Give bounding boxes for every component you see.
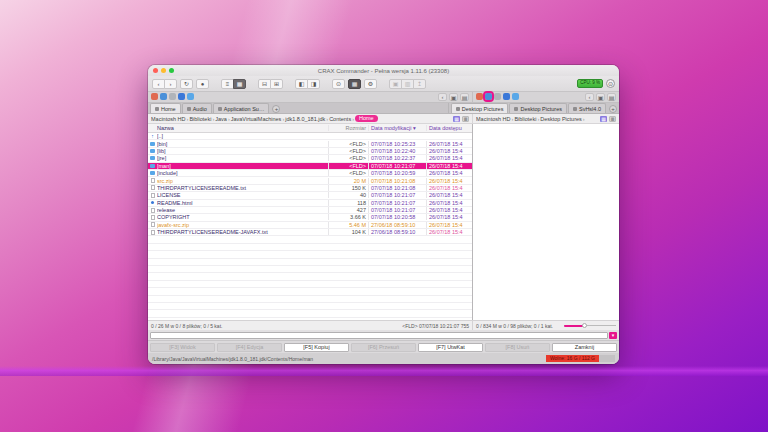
split-vertical-right-button[interactable]: ◨ xyxy=(307,79,320,89)
file-icon-cell xyxy=(148,208,157,213)
command-bar: ▾ xyxy=(148,330,619,340)
column-header-size[interactable]: Rozmiar xyxy=(328,125,368,131)
file-row[interactable]: [lib]<FLD>07/07/18 10:22:4026/07/18 15:4 xyxy=(148,148,472,155)
view-grid-button[interactable]: ▦ xyxy=(233,79,246,89)
right-file-pane[interactable] xyxy=(472,124,619,320)
split-horizontal-bottom-button[interactable]: ⊞ xyxy=(270,79,283,89)
file-row[interactable]: THIRDPARTYLICENSEREADME-JAVAFX.txt104 K2… xyxy=(148,229,472,236)
file-row[interactable]: release42707/07/18 10:21:0726/07/18 15:4 xyxy=(148,207,472,214)
file-icon xyxy=(151,222,155,227)
refresh-button[interactable]: ↻ xyxy=(180,79,193,89)
right-tab-2[interactable]: SvHsl4.0 xyxy=(568,103,606,113)
left-pane-back-icon[interactable]: ‹ xyxy=(438,93,447,101)
folders-button[interactable]: ▦ xyxy=(348,79,361,89)
favorite-desktop-icon[interactable] xyxy=(512,93,519,100)
breadcrumb-segment[interactable]: Macintosh HD xyxy=(476,116,511,122)
slider-knob[interactable] xyxy=(582,323,587,328)
file-row[interactable]: ↑[..] xyxy=(148,133,472,140)
breadcrumb-segment[interactable]: JavaVirtualMachines xyxy=(231,116,282,122)
column-header-accessed[interactable]: Data dostępu xyxy=(426,125,472,131)
forward-button[interactable]: › xyxy=(164,79,177,89)
favorite-applications-icon[interactable] xyxy=(151,93,158,100)
zoom-window-button[interactable] xyxy=(169,68,174,73)
left-tab-2[interactable]: Application Su… xyxy=(213,103,270,113)
sort-icon: ▾ xyxy=(413,125,416,131)
breadcrumb-separator: › xyxy=(282,116,284,122)
breadcrumb-segment[interactable]: Java xyxy=(215,116,227,122)
tab-folder-icon xyxy=(514,107,518,111)
function-button-0: [F3] Widok xyxy=(150,343,215,352)
current-folder-pill[interactable]: Home xyxy=(355,115,378,122)
command-input[interactable] xyxy=(150,332,608,339)
favorite-browser-icon[interactable] xyxy=(178,93,185,100)
search-button[interactable]: ⊙ xyxy=(332,79,345,89)
window-title: CRAX Commander - Pełna wersja 1.11.6 (23… xyxy=(148,68,619,74)
file-row[interactable]: THIRDPARTYLICENSEREADME.txt150 K07/07/18… xyxy=(148,185,472,192)
breadcrumb-segment[interactable]: Desktop Pictures xyxy=(540,116,582,122)
file-row[interactable]: [bin]<FLD>07/07/18 10:25:2326/07/18 15:4 xyxy=(148,140,472,147)
close-window-button[interactable] xyxy=(153,68,158,73)
file-row[interactable]: LICENSE4007/07/18 10:21:0726/07/18 15:4 xyxy=(148,192,472,199)
favorite-documents-icon[interactable] xyxy=(160,93,167,100)
file-row[interactable]: javafx-src.zip5.46 M27/06/18 08:59:1026/… xyxy=(148,222,472,229)
right-view-details-icon[interactable]: ≣ xyxy=(609,116,616,122)
file-name: [bin] xyxy=(157,141,328,147)
empty-row xyxy=(148,281,472,288)
file-icon xyxy=(151,230,155,235)
power-toggle-button[interactable]: ● xyxy=(196,79,209,89)
function-button-2[interactable]: [F5] Kopiuj xyxy=(284,343,349,352)
function-button-4[interactable]: [F7] UtwKat xyxy=(418,343,483,352)
file-row[interactable]: [man]<FLD>07/07/18 10:21:0726/07/18 15:4 xyxy=(148,163,472,170)
right-pane-status: 0 / 834 M w 0 / 98 plików; 0 / 1 kat. xyxy=(472,321,619,330)
right-tab-0[interactable]: Desktop Pictures xyxy=(451,103,509,113)
file-row[interactable]: README.html11807/07/18 10:21:0726/07/18 … xyxy=(148,200,472,207)
left-tab-0[interactable]: Home xyxy=(150,103,181,113)
breadcrumb-separator: › xyxy=(228,116,230,122)
file-modified-date: 07/07/18 10:20:59 xyxy=(368,170,426,176)
favorite-network-icon[interactable] xyxy=(169,93,176,100)
breadcrumb-segment[interactable]: Macintosh HD xyxy=(151,116,186,122)
file-row[interactable]: COPYRIGHT3.66 K07/07/18 10:20:5826/07/18… xyxy=(148,214,472,221)
app-settings-round-button[interactable]: ⊙ xyxy=(606,79,615,88)
column-header-modified[interactable]: Data modyfikacji ▾ xyxy=(368,125,426,131)
breadcrumb-segment[interactable]: Biblioteki xyxy=(189,116,211,122)
file-accessed-date: 26/07/18 15:4 xyxy=(426,214,472,220)
favorite-applications-icon[interactable] xyxy=(476,93,483,100)
right-pane-trash-icon[interactable]: ▤ xyxy=(607,93,616,101)
column-header-name[interactable]: Nazwa xyxy=(157,125,328,131)
breadcrumb-segment[interactable]: Contents xyxy=(329,116,351,122)
zoom-slider[interactable] xyxy=(564,323,616,328)
file-row[interactable]: [jre]<FLD>07/07/18 10:22:3726/07/18 15:4 xyxy=(148,155,472,162)
file-row[interactable]: src.zip20 M07/07/18 10:21:0826/07/18 15:… xyxy=(148,177,472,184)
right-view-icons-icon[interactable]: ▦ xyxy=(600,116,607,122)
favorite-network-icon[interactable] xyxy=(494,93,501,100)
function-button-3: [F6] Przesuń xyxy=(351,343,416,352)
left-view-details-icon[interactable]: ≣ xyxy=(462,116,469,122)
tab-folder-icon xyxy=(218,107,222,111)
left-new-tab-button[interactable]: + xyxy=(272,105,280,113)
command-go-button[interactable]: ▾ xyxy=(609,332,617,339)
left-tab-1[interactable]: Audio xyxy=(182,103,212,113)
right-new-tab-button[interactable]: + xyxy=(609,105,617,113)
favorite-browser-icon[interactable] xyxy=(503,93,510,100)
favorite-documents-icon[interactable] xyxy=(485,93,492,100)
right-tab-1[interactable]: Desktop Pictures xyxy=(509,103,567,113)
breadcrumb-segment[interactable]: Biblioteki xyxy=(514,116,536,122)
favorite-desktop-icon[interactable] xyxy=(187,93,194,100)
left-pane-trash-icon[interactable]: ▤ xyxy=(460,93,469,101)
breadcrumb-segment[interactable]: jdk1.8.0_181.jdk xyxy=(285,116,325,122)
empty-row xyxy=(148,236,472,243)
file-icon-cell xyxy=(148,193,157,198)
function-button-6[interactable]: Zamknij xyxy=(552,343,617,352)
function-button-1: [F4] Edycja xyxy=(217,343,282,352)
minimize-window-button[interactable] xyxy=(161,68,166,73)
right-pane-newtab-icon[interactable]: ▣ xyxy=(596,93,605,101)
file-row[interactable]: [include]<FLD>07/07/18 10:20:5926/07/18 … xyxy=(148,170,472,177)
breadcrumb-separator: › xyxy=(352,116,354,122)
tab-label: SvHsl4.0 xyxy=(579,106,601,112)
left-pane-newtab-icon[interactable]: ▣ xyxy=(449,93,458,101)
left-view-icons-icon[interactable]: ▦ xyxy=(453,116,460,122)
settings-button[interactable]: ⚙ xyxy=(364,79,377,89)
empty-row xyxy=(148,273,472,280)
right-pane-back-icon[interactable]: ‹ xyxy=(585,93,594,101)
